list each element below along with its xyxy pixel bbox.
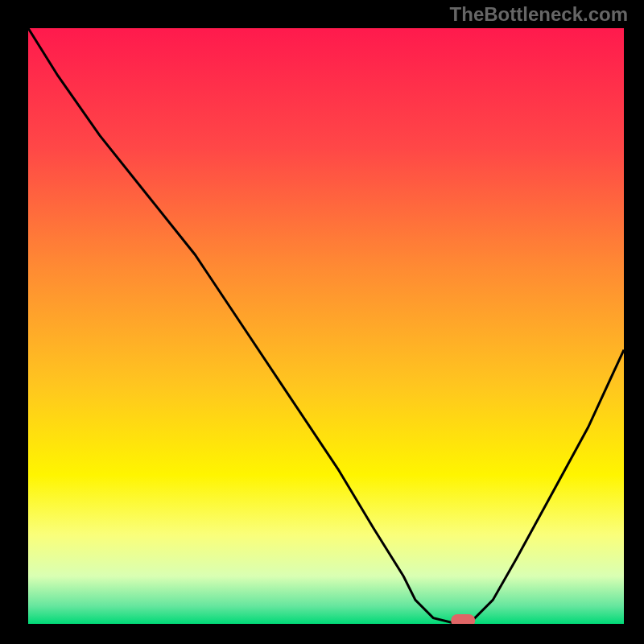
optimal-marker: [451, 614, 475, 624]
chart-container: TheBottleneck.com: [0, 0, 644, 644]
chart-svg: [28, 28, 624, 624]
watermark-text: TheBottleneck.com: [450, 3, 628, 26]
plot-area: [28, 28, 624, 624]
gradient-background: [28, 28, 624, 624]
